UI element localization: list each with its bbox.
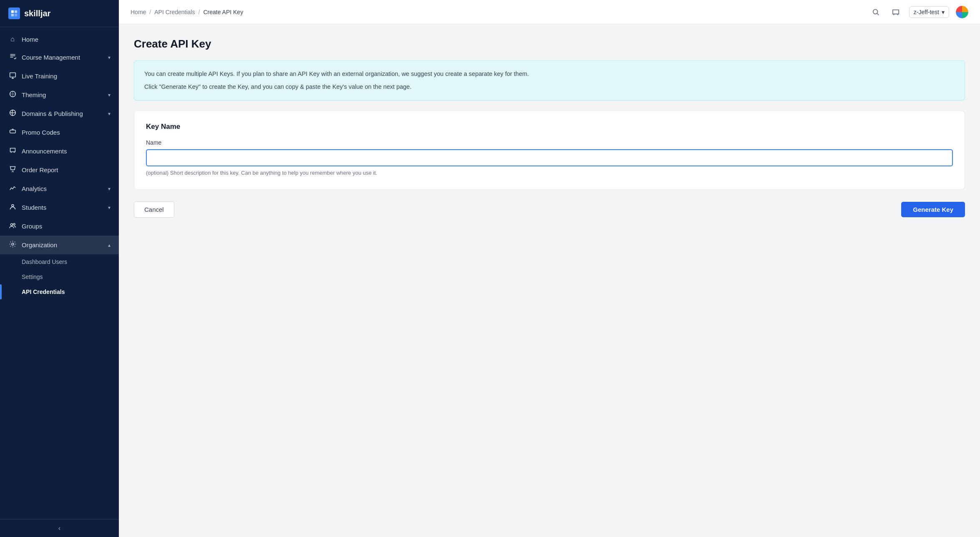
sidebar-item-label: Groups (22, 223, 42, 230)
sidebar-item-home[interactable]: ⌂ Home (0, 30, 119, 48)
chevron-down-icon: ▾ (108, 111, 111, 117)
svg-point-11 (13, 223, 15, 225)
domains-icon (8, 109, 17, 118)
chevron-down-icon: ▾ (108, 92, 111, 98)
sidebar-item-order-report[interactable]: Order Report (0, 161, 119, 179)
students-icon (8, 203, 17, 212)
topbar: Home / API Credentials / Create API Key … (119, 0, 980, 24)
collapse-icon: ‹ (58, 524, 60, 532)
promo-icon (8, 128, 17, 137)
svg-point-7 (11, 171, 12, 172)
sidebar-item-groups[interactable]: Groups (0, 217, 119, 236)
key-name-card: Key Name Name (optional) Short descripti… (134, 110, 965, 190)
avatar[interactable] (956, 6, 968, 18)
theming-icon (8, 90, 17, 99)
svg-rect-2 (11, 14, 14, 16)
sidebar-item-domains-publishing[interactable]: Domains & Publishing ▾ (0, 104, 119, 123)
sidebar-item-theming[interactable]: Theming ▾ (0, 85, 119, 104)
sidebar: skilljar ⌂ Home Course Management ▾ (0, 0, 119, 537)
breadcrumb-home[interactable]: Home (131, 9, 146, 15)
sidebar-item-promo-codes[interactable]: Promo Codes (0, 123, 119, 142)
svg-rect-3 (15, 14, 17, 16)
sidebar-subitem-dashboard-users[interactable]: Dashboard Users (0, 254, 119, 269)
sidebar-subitem-api-credentials[interactable]: API Credentials (0, 284, 119, 299)
logo-icon (8, 8, 20, 19)
chevron-down-icon: ▾ (108, 205, 111, 211)
logo-area: skilljar (0, 0, 119, 27)
sidebar-collapse-button[interactable]: ‹ (0, 519, 119, 537)
sidebar-subitem-label: Dashboard Users (22, 258, 67, 265)
info-line-1: You can create multiple API Keys. If you… (144, 69, 955, 79)
sidebar-subitem-settings[interactable]: Settings (0, 269, 119, 284)
organization-icon (8, 241, 17, 249)
announcements-icon (8, 147, 17, 156)
sidebar-item-live-training[interactable]: Live Training (0, 67, 119, 85)
sidebar-item-label: Order Report (22, 166, 58, 173)
svg-point-9 (11, 204, 13, 206)
name-hint: (optional) Short description for this ke… (146, 170, 953, 176)
sidebar-item-label: Students (22, 204, 46, 211)
sidebar-item-label: Home (22, 36, 38, 43)
svg-rect-0 (11, 10, 14, 13)
messages-button[interactable] (889, 5, 902, 19)
chevron-up-icon: ▴ (108, 242, 111, 248)
groups-icon (8, 222, 17, 231)
sidebar-item-label: Announcements (22, 148, 67, 155)
sidebar-item-organization[interactable]: Organization ▴ (0, 236, 119, 254)
order-report-icon (8, 166, 17, 174)
breadcrumb: Home / API Credentials / Create API Key (131, 9, 243, 15)
svg-point-12 (11, 243, 13, 245)
svg-rect-1 (15, 10, 17, 13)
breadcrumb-current: Create API Key (203, 9, 243, 15)
course-management-icon (8, 53, 17, 62)
svg-point-10 (10, 223, 13, 226)
sidebar-item-announcements[interactable]: Announcements (0, 142, 119, 161)
sidebar-item-label: Live Training (22, 73, 57, 80)
info-banner: You can create multiple API Keys. If you… (134, 60, 965, 100)
user-menu[interactable]: z-Jeff-test ▾ (909, 6, 949, 18)
chevron-down-icon: ▾ (108, 55, 111, 60)
generate-key-button[interactable]: Generate Key (901, 202, 965, 217)
sidebar-item-label: Analytics (22, 185, 47, 192)
logo-text: skilljar (24, 9, 50, 18)
sidebar-item-label: Domains & Publishing (22, 110, 83, 117)
sidebar-item-label: Course Management (22, 54, 80, 61)
breadcrumb-sep-1: / (149, 9, 151, 15)
sidebar-item-analytics[interactable]: Analytics ▾ (0, 179, 119, 198)
breadcrumb-sep-2: / (199, 9, 200, 15)
cancel-button[interactable]: Cancel (134, 201, 174, 218)
breadcrumb-api-credentials[interactable]: API Credentials (154, 9, 195, 15)
analytics-icon (8, 184, 17, 193)
main-area: Home / API Credentials / Create API Key … (119, 0, 980, 537)
card-title: Key Name (146, 123, 953, 131)
sidebar-item-label: Organization (22, 241, 57, 248)
key-name-input[interactable] (146, 149, 953, 166)
search-button[interactable] (869, 5, 882, 19)
user-label: z-Jeff-test (914, 9, 939, 15)
sidebar-nav: ⌂ Home Course Management ▾ Live Training (0, 27, 119, 519)
page-title: Create API Key (134, 38, 965, 50)
sidebar-item-label: Promo Codes (22, 129, 60, 136)
sidebar-subitem-label: API Credentials (22, 289, 65, 295)
sidebar-item-label: Theming (22, 91, 46, 98)
name-label: Name (146, 139, 953, 146)
sidebar-item-students[interactable]: Students ▾ (0, 198, 119, 217)
svg-point-13 (873, 9, 877, 14)
sidebar-item-course-management[interactable]: Course Management ▾ (0, 48, 119, 67)
sidebar-subitem-label: Settings (22, 274, 43, 280)
content-area: Create API Key You can create multiple A… (119, 24, 980, 537)
form-actions: Cancel Generate Key (134, 201, 965, 218)
live-training-icon (8, 72, 17, 80)
user-dropdown-icon: ▾ (942, 9, 945, 15)
svg-rect-4 (10, 73, 15, 77)
info-line-2: Click "Generate Key" to create the Key, … (144, 82, 955, 92)
chevron-down-icon: ▾ (108, 186, 111, 192)
home-icon: ⌂ (8, 35, 17, 43)
topbar-right: z-Jeff-test ▾ (869, 5, 968, 19)
svg-point-8 (13, 171, 14, 172)
